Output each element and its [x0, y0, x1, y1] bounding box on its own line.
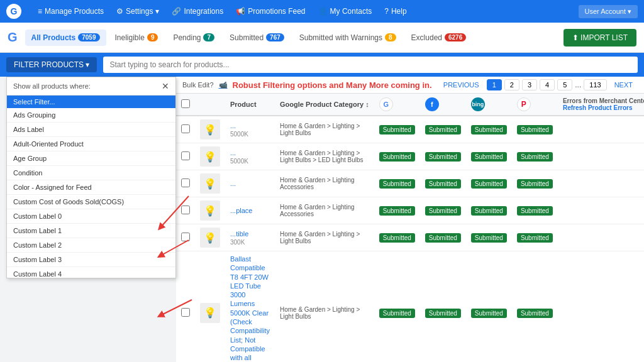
next-page-button[interactable]: NEXT	[609, 80, 638, 90]
table-row: 💡 ... 5000K Home & Garden > Lighting > L…	[176, 143, 644, 170]
product-name-0[interactable]: ...	[230, 121, 270, 130]
page-4-button[interactable]: 4	[540, 79, 555, 90]
row-checkbox-2[interactable]	[181, 178, 190, 187]
table-row: 💡 ...tible 300K Home & Garden > Lighting…	[176, 224, 644, 251]
sort-icon[interactable]: ↕	[365, 101, 369, 108]
table-row: 💡 ...place Home & Garden > Lighting Acce…	[176, 197, 644, 224]
filter-panel-close-button[interactable]: ✕	[162, 81, 169, 91]
filter-item-custom-label-0[interactable]: Custom Label 0	[7, 209, 175, 224]
th-facebook-channel: f	[420, 94, 466, 116]
filter-item-adult[interactable]: Adult-Oriented Product	[7, 137, 175, 151]
previous-page-button[interactable]: PREVIOUS	[438, 80, 484, 90]
filter-item-custom-label-1[interactable]: Custom Label 1	[7, 224, 175, 238]
help-icon: ?	[384, 7, 389, 16]
bulk-edit-bar: Bulk Edit? 📹 Robust Filtering options an…	[176, 77, 644, 94]
errors-cell-2	[558, 170, 644, 197]
page-2-button[interactable]: 2	[504, 79, 519, 90]
product-sku-1: 5000K	[230, 158, 270, 165]
filter-item-condition[interactable]: Condition	[7, 166, 175, 180]
product-name-4[interactable]: ...tible	[230, 229, 270, 238]
row-checkbox-1[interactable]	[181, 151, 190, 160]
th-product: Product	[225, 94, 275, 116]
facebook-status-2: Submitted	[425, 179, 461, 189]
row-checkbox-0[interactable]	[181, 124, 190, 133]
select-all-checkbox[interactable]	[181, 99, 190, 108]
product-image-2: 💡	[200, 173, 220, 194]
filter-item-ads-label[interactable]: Ads Label	[7, 123, 175, 137]
pinterest-status-5: Submitted	[517, 309, 553, 318]
facebook-status-5: Submitted	[425, 309, 461, 318]
table-row: 💡 ... 5000K Home & Garden > Lighting > L…	[176, 116, 644, 143]
nav-manage-products[interactable]: ≡ Manage Products	[38, 7, 104, 16]
page-1-button[interactable]: 1	[487, 79, 502, 90]
product-name-3[interactable]: ...place	[230, 206, 270, 215]
product-image-5: 💡	[200, 303, 220, 323]
annotation-text: Robust Filtering options and Many More c…	[233, 80, 432, 90]
product-name-5[interactable]: Ballast Compatible T8 4FT 20W LED Tube 3…	[230, 255, 270, 362]
nav-settings[interactable]: ⚙ Settings ▾	[116, 7, 159, 16]
tab-submitted-warnings[interactable]: Submitted with Warnings 8	[293, 30, 402, 46]
filter-item-age-group[interactable]: Age Group	[7, 151, 175, 166]
filter-item-ads-grouping[interactable]: Ads Grouping	[7, 108, 175, 123]
google-logo: G	[6, 4, 21, 19]
nav-help[interactable]: ? Help	[384, 7, 406, 16]
product-category-5: Home & Garden > Lighting > Light Bulbs	[275, 251, 374, 363]
pinterest-status-2: Submitted	[517, 179, 553, 189]
row-checkbox-4[interactable]	[181, 233, 190, 241]
all-products-badge: 7059	[78, 33, 99, 41]
filter-item-custom-label-4[interactable]: Custom Label 4	[7, 267, 175, 278]
tab-excluded[interactable]: Excluded 6276	[405, 30, 473, 46]
filter-products-button[interactable]: FILTER PRODUCTS ▾	[6, 57, 97, 72]
contacts-icon: 👤	[318, 7, 328, 16]
page-5-button[interactable]: 5	[557, 79, 572, 90]
tab-pending[interactable]: Pending 7	[167, 30, 221, 46]
top-navigation: G ≡ Manage Products ⚙ Settings ▾ 🔗 Integ…	[0, 0, 644, 23]
th-image	[195, 94, 225, 116]
nav-contacts[interactable]: 👤 My Contacts	[318, 7, 372, 16]
bulk-edit-link[interactable]: 📹	[219, 81, 228, 89]
filter-item-custom-label-2[interactable]: Custom Label 2	[7, 238, 175, 253]
product-search-input[interactable]	[103, 57, 638, 73]
product-image-4: 💡	[200, 228, 220, 248]
google-status-2: Submitted	[379, 179, 415, 189]
nav-integrations[interactable]: 🔗 Integrations	[172, 7, 223, 16]
th-checkbox	[176, 94, 195, 116]
google-status-4: Submitted	[379, 233, 415, 243]
th-google-channel: G	[374, 94, 420, 116]
bing-status-2: Submitted	[471, 179, 507, 189]
tab-submitted[interactable]: Submitted 767	[223, 30, 291, 46]
bing-status-3: Submitted	[471, 206, 507, 216]
row-checkbox-3[interactable]	[181, 206, 190, 214]
filter-item-custom-label-3[interactable]: Custom Label 3	[7, 253, 175, 267]
product-name-1[interactable]: ...	[230, 148, 270, 157]
import-list-button[interactable]: ⬆ IMPORT LIST	[564, 29, 636, 47]
filter-panel-header: Show all products where: ✕	[7, 77, 175, 96]
page-3-button[interactable]: 3	[522, 79, 537, 90]
errors-cell-3	[558, 197, 644, 224]
product-category-2: Home & Garden > Lighting Accessories	[275, 170, 374, 197]
bing-status-4: Submitted	[471, 233, 507, 243]
product-image-0: 💡	[200, 119, 220, 140]
bing-status-5: Submitted	[471, 309, 507, 318]
errors-cell-4	[558, 224, 644, 251]
filter-selected-label[interactable]: Select Filter...	[7, 96, 175, 108]
page-113-button[interactable]: 113	[584, 79, 606, 90]
pinterest-status-0: Submitted	[517, 125, 553, 134]
nav-promotions[interactable]: 📢 Promotions Feed	[236, 7, 305, 16]
refresh-errors-link[interactable]: Refresh Product Errors	[563, 104, 633, 111]
pinterest-status-1: Submitted	[517, 152, 553, 162]
ineligible-badge: 9	[147, 33, 158, 41]
row-checkbox-5[interactable]	[181, 308, 190, 317]
filter-item-cogs[interactable]: Custom Cost of Goods Sold(COGS)	[7, 195, 175, 209]
bing-status-1: Submitted	[471, 152, 507, 162]
promotions-icon: 📢	[236, 7, 245, 16]
facebook-status-1: Submitted	[425, 152, 461, 162]
filter-item-color[interactable]: Color - Assigned for Feed	[7, 180, 175, 195]
tab-ineligible[interactable]: Ineligible 9	[109, 30, 165, 46]
user-account-button[interactable]: User Account ▾	[579, 5, 638, 18]
product-name-2[interactable]: ...	[230, 179, 270, 188]
excluded-badge: 6276	[445, 33, 466, 41]
pinterest-status-4: Submitted	[517, 233, 553, 243]
tab-all-products[interactable]: All Products 7059	[25, 30, 106, 46]
product-table: Product Google Product Category ↕ G f bi…	[176, 94, 644, 362]
